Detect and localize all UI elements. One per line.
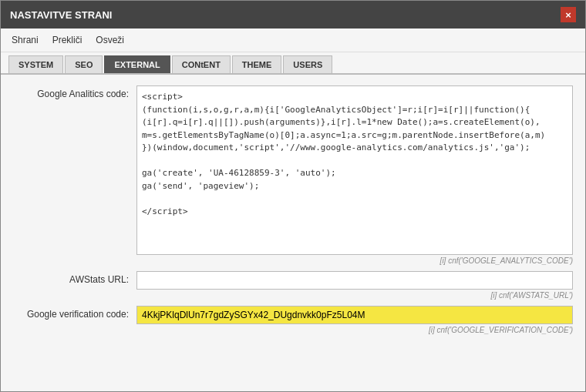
tab-seo[interactable]: SEO xyxy=(65,55,103,73)
tab-theme[interactable]: THEME xyxy=(232,55,282,73)
modal-header: NASTAVITVE STRANI × xyxy=(1,1,585,28)
analytics-textarea[interactable] xyxy=(136,85,573,255)
awstats-row: AWStats URL: [i] cnf('AWSTATS_URL') xyxy=(13,271,573,300)
verification-field: [i] cnf('GOOGLE_VERIFICATION_CODE') xyxy=(136,306,573,334)
modal-tabs: SYSTEM SEO EXTERNAL CONtENT THEME USERS xyxy=(1,52,585,75)
modal-title: NASTAVITVE STRANI xyxy=(10,9,112,21)
modal-toolbar: Shrani Prekliči Osveži xyxy=(1,28,585,52)
verification-input[interactable] xyxy=(136,306,573,324)
verification-hint: [i] cnf('GOOGLE_VERIFICATION_CODE') xyxy=(136,326,573,334)
awstats-field: [i] cnf('AWSTATS_URL') xyxy=(136,271,573,300)
modal-window: NASTAVITVE STRANI × Shrani Prekliči Osve… xyxy=(0,0,586,392)
modal-body: Google Analitics code: [i] cnf('GOOGLE_A… xyxy=(1,75,585,391)
awstats-label: AWStats URL: xyxy=(13,271,136,285)
tab-external[interactable]: EXTERNAL xyxy=(104,55,170,73)
analytics-label: Google Analitics code: xyxy=(13,85,136,99)
verification-row: Google verification code: [i] cnf('GOOGL… xyxy=(13,306,573,334)
tab-system[interactable]: SYSTEM xyxy=(8,55,63,73)
refresh-button[interactable]: Osveži xyxy=(93,33,127,47)
cancel-button[interactable]: Prekliči xyxy=(49,33,86,47)
analytics-field: [i] cnf('GOOGLE_ANALYTICS_CODE') xyxy=(136,85,573,265)
close-button[interactable]: × xyxy=(561,7,576,22)
save-button[interactable]: Shrani xyxy=(8,33,42,47)
analytics-row: Google Analitics code: [i] cnf('GOOGLE_A… xyxy=(13,85,573,265)
analytics-hint: [i] cnf('GOOGLE_ANALYTICS_CODE') xyxy=(136,256,573,265)
awstats-input[interactable] xyxy=(136,271,573,290)
verification-label: Google verification code: xyxy=(13,306,136,320)
awstats-hint: [i] cnf('AWSTATS_URL') xyxy=(136,291,573,300)
tab-content[interactable]: CONtENT xyxy=(172,55,231,73)
tab-users[interactable]: USERS xyxy=(283,55,332,73)
